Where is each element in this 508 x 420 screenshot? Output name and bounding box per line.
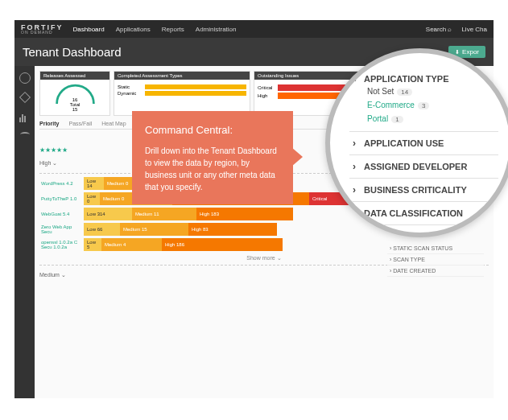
sidebar-icon-bars[interactable] bbox=[19, 111, 31, 122]
main-nav: Dashboard Applications Reports Administr… bbox=[73, 26, 237, 33]
magnifier-lens: ⌄APPLICATION TYPE Not Set14 E-Commerce3 … bbox=[325, 48, 508, 237]
app-name-link[interactable]: PuttyToTheP 1.0 bbox=[39, 195, 84, 203]
tab-passfail[interactable]: Pass/Fail bbox=[69, 121, 93, 126]
left-sidebar bbox=[14, 66, 35, 398]
bar-segment-med: Medium 11 bbox=[132, 208, 196, 220]
filter-option-ecommerce[interactable]: E-Commerce3 bbox=[353, 98, 495, 112]
livechat-link[interactable]: Live Cha bbox=[461, 26, 487, 33]
bar-segment-low: Low 0 bbox=[84, 192, 100, 205]
dynamic-bar bbox=[145, 91, 246, 96]
chevron-right-icon: › bbox=[353, 161, 361, 172]
callout-body: Drill down into the Tenant Dashboard to … bbox=[145, 145, 280, 193]
nav-administration[interactable]: Administration bbox=[196, 26, 237, 33]
nav-reports[interactable]: Reports bbox=[162, 26, 184, 33]
static-bar bbox=[145, 84, 246, 89]
app-name-link[interactable]: Zero Web App Secu bbox=[39, 223, 84, 236]
panel-outstanding-title: Outstanding Issues bbox=[254, 72, 366, 80]
bar-segment-high: High 186 bbox=[162, 238, 283, 251]
bar-segment-med: Medium 15 bbox=[120, 223, 188, 236]
chevron-down-icon: ⌄ bbox=[351, 75, 362, 83]
app-name-link[interactable]: openssl 1.0.2a C Secu 1.0.2a bbox=[39, 238, 84, 251]
download-icon bbox=[455, 48, 460, 56]
page-title: Tenant Dashboard bbox=[23, 45, 122, 59]
panel-completed: Completed Assessment Types Static Dynami… bbox=[114, 71, 250, 116]
sidebar-icon-gauge[interactable] bbox=[19, 72, 31, 84]
filter-item[interactable]: ›ASSIGNED DEVELOPER bbox=[349, 155, 498, 179]
nav-dashboard[interactable]: Dashboard bbox=[73, 26, 105, 33]
gauge-icon bbox=[53, 83, 97, 107]
sf-scan-type[interactable]: SCAN TYPE bbox=[387, 254, 484, 266]
small-filters: STATIC SCAN STATUS SCAN TYPE DATE CREATE… bbox=[387, 243, 484, 277]
tab-heatmap[interactable]: Heat Map bbox=[101, 121, 126, 126]
chevron-right-icon: › bbox=[353, 184, 361, 196]
app-name-link[interactable]: WebGoat 5.4 bbox=[39, 210, 84, 218]
filter-application-type[interactable]: ⌄APPLICATION TYPE Not Set14 E-Commerce3 … bbox=[349, 68, 498, 132]
panel-completed-title: Completed Assessment Types bbox=[114, 72, 250, 80]
nav-applications[interactable]: Applications bbox=[116, 26, 151, 33]
filter-item[interactable]: ›APPLICATION USE bbox=[349, 132, 498, 155]
app-name-link[interactable]: WordPress 4.2 bbox=[39, 179, 84, 187]
search-icon: ⌕ bbox=[448, 26, 452, 33]
bar-segment-low: Low 5 bbox=[84, 238, 101, 251]
bar-segment-low: Low 14 bbox=[84, 177, 104, 190]
callout-title: Command Central: bbox=[145, 122, 280, 138]
sidebar-icon-diamond[interactable] bbox=[19, 92, 30, 103]
panel-releases: Releases Assessed 16 Total 15 bbox=[39, 71, 110, 116]
search-link[interactable]: Search ⌕ bbox=[426, 26, 452, 33]
bar-segment-med: Medium 4 bbox=[101, 238, 162, 251]
panel-releases-title: Releases Assessed bbox=[40, 72, 109, 80]
sf-date-created[interactable]: DATE CREATED bbox=[387, 266, 484, 277]
top-navbar: FORTIFY ON DEMAND Dashboard Applications… bbox=[14, 20, 494, 38]
bar-segment-high: High 83 bbox=[188, 223, 277, 236]
chevron-right-icon: › bbox=[353, 138, 361, 149]
filter-item[interactable]: ›BUSINESS CRITICALITY bbox=[349, 179, 498, 202]
bar-segment-low: Low 66 bbox=[84, 223, 120, 236]
filter-option-notset[interactable]: Not Set14 bbox=[353, 84, 495, 98]
tab-priority[interactable]: Priority bbox=[39, 121, 60, 126]
logo: FORTIFY ON DEMAND bbox=[21, 23, 64, 35]
sidebar-icon-education[interactable] bbox=[20, 132, 30, 137]
callout-tooltip: Command Central: Drill down into the Ten… bbox=[132, 111, 293, 204]
bar-segment-high: High 183 bbox=[196, 208, 293, 220]
sf-static-scan[interactable]: STATIC SCAN STATUS bbox=[387, 243, 484, 254]
filter-option-portal[interactable]: Portal1 bbox=[353, 112, 495, 126]
top-right: Search ⌕ Live Cha bbox=[426, 26, 487, 33]
bar-segment-low: Low 314 bbox=[84, 208, 132, 220]
